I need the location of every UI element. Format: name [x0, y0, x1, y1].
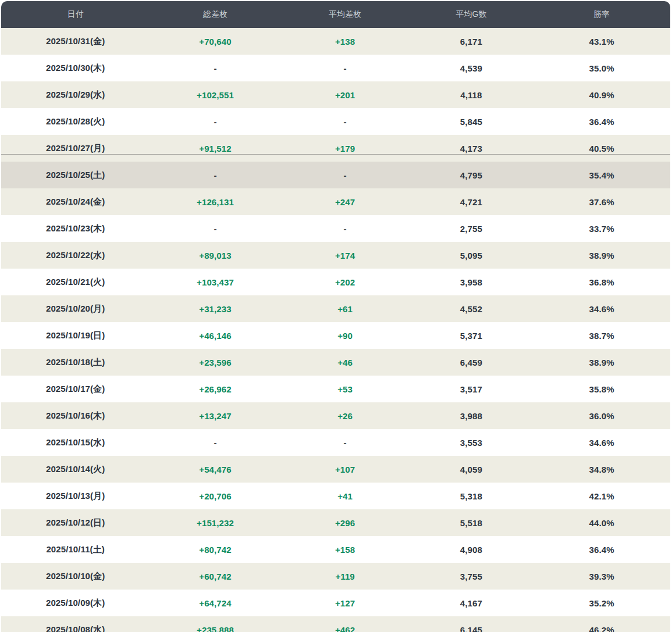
cell-total-diff: +60,742	[150, 572, 280, 581]
table-row[interactable]: 2025/10/23(木)--2,75533.7%	[1, 215, 670, 242]
cell-win-rate: 35.8%	[533, 384, 670, 394]
table-row[interactable]: 2025/10/20(月)+31,233+614,55234.6%	[1, 295, 670, 322]
cell-avg-diff: -	[281, 170, 410, 180]
cell-win-rate: 36.4%	[533, 117, 670, 127]
cell-win-rate: 35.4%	[533, 170, 670, 180]
table-row[interactable]: 2025/10/29(水)+102,551+2014,11840.9%	[1, 81, 670, 108]
table-row[interactable]: 2025/10/16(木)+13,247+263,98836.0%	[1, 402, 670, 429]
cell-total-diff: +20,706	[150, 491, 280, 501]
cell-win-rate: 38.7%	[533, 331, 670, 341]
cell-avg-diff: +201	[281, 90, 410, 100]
cell-avg-diff: +138	[281, 37, 410, 47]
cell-total-diff: +54,476	[150, 465, 280, 474]
cell-avg-games: 3,553	[409, 438, 533, 448]
cell-avg-diff: +247	[281, 197, 410, 207]
table-row[interactable]: 2025/10/27(月)+91,512+1794,17340.5%	[1, 135, 670, 162]
cell-total-diff: +13,247	[150, 411, 280, 421]
cell-avg-diff: +61	[281, 304, 410, 314]
cell-avg-diff: -	[281, 117, 410, 127]
cell-win-rate: 37.6%	[533, 197, 670, 207]
cell-avg-games: 5,518	[409, 518, 533, 528]
week-divider-line	[1, 154, 670, 155]
cell-date: 2025/10/20(月)	[1, 303, 150, 315]
table-row[interactable]: 2025/10/28(火)--5,84536.4%	[1, 108, 670, 135]
cell-avg-diff: +179	[281, 144, 410, 153]
cell-win-rate: 40.5%	[533, 144, 670, 153]
table-row[interactable]: 2025/10/17(金)+26,962+533,51735.8%	[1, 376, 670, 402]
table-row[interactable]: 2025/10/15(水)--3,55334.6%	[1, 429, 670, 456]
table-row[interactable]: 2025/10/12(日)+151,232+2965,51844.0%	[1, 509, 670, 536]
column-header-avg-diff: 平均差枚	[281, 9, 410, 20]
cell-date: 2025/10/18(土)	[1, 357, 150, 368]
table-row[interactable]: 2025/10/13(月)+20,706+415,31842.1%	[1, 483, 670, 509]
cell-avg-diff: +174	[281, 251, 410, 260]
cell-avg-games: 4,118	[409, 90, 533, 100]
table-row[interactable]: 2025/10/14(火)+54,476+1074,05934.8%	[1, 456, 670, 483]
table-row[interactable]: 2025/10/10(金)+60,742+1193,75539.3%	[1, 563, 670, 590]
cell-avg-diff: +53	[281, 384, 410, 394]
cell-win-rate: 38.9%	[533, 251, 670, 260]
cell-avg-diff: +158	[281, 545, 410, 555]
table-row[interactable]: 2025/10/18(土)+23,596+466,45938.9%	[1, 349, 670, 376]
cell-win-rate: 34.6%	[533, 304, 670, 314]
cell-win-rate: 40.9%	[533, 90, 670, 100]
cell-date: 2025/10/17(金)	[1, 384, 150, 395]
table-row[interactable]: 2025/10/25(土)--4,79535.4%	[1, 162, 670, 188]
cell-win-rate: 34.8%	[533, 465, 670, 474]
cell-avg-games: 4,908	[409, 545, 533, 555]
column-header-avg-games: 平均G数	[409, 9, 533, 20]
cell-avg-games: 4,059	[409, 465, 533, 474]
table-row[interactable]: 2025/10/30(木)--4,53935.0%	[1, 55, 670, 81]
cell-avg-games: 4,552	[409, 304, 533, 314]
cell-avg-games: 4,173	[409, 144, 533, 153]
cell-avg-diff: -	[281, 224, 410, 234]
cell-avg-diff: +90	[281, 331, 410, 341]
cell-date: 2025/10/15(水)	[1, 437, 150, 448]
cell-date: 2025/10/25(土)	[1, 170, 150, 181]
table-row[interactable]: 2025/10/31(金)+70,640+1386,17143.1%	[1, 28, 670, 55]
table-row[interactable]: 2025/10/11(土)+80,742+1584,90836.4%	[1, 536, 670, 563]
cell-date: 2025/10/29(水)	[1, 90, 150, 101]
column-header-total-diff: 総差枚	[150, 9, 280, 20]
cell-date: 2025/10/31(金)	[1, 36, 150, 47]
cell-total-diff: +23,596	[150, 358, 280, 367]
table-row[interactable]: 2025/10/09(木)+64,724+1274,16735.2%	[1, 590, 670, 616]
cell-date: 2025/10/14(火)	[1, 464, 150, 475]
cell-total-diff: +103,437	[150, 277, 280, 287]
cell-total-diff: +89,013	[150, 251, 280, 260]
cell-avg-games: 3,958	[409, 277, 533, 287]
column-header-win-rate: 勝率	[533, 9, 670, 20]
cell-avg-games: 4,795	[409, 170, 533, 180]
cell-avg-diff: +119	[281, 572, 410, 581]
table-row[interactable]: 2025/10/22(水)+89,013+1745,09538.9%	[1, 242, 670, 269]
cell-date: 2025/10/09(木)	[1, 598, 150, 609]
cell-total-diff: -	[150, 170, 280, 180]
cell-total-diff: +151,232	[150, 518, 280, 528]
table-row[interactable]: 2025/10/24(金)+126,131+2474,72137.6%	[1, 188, 670, 215]
cell-avg-diff: +296	[281, 518, 410, 528]
cell-avg-games: 2,755	[409, 224, 533, 234]
cell-avg-diff: -	[281, 63, 410, 73]
cell-win-rate: 33.7%	[533, 224, 670, 234]
cell-avg-games: 3,988	[409, 411, 533, 421]
table-row[interactable]: 2025/10/21(火)+103,437+2023,95836.8%	[1, 269, 670, 295]
cell-date: 2025/10/19(日)	[1, 330, 150, 341]
cell-avg-games: 6,145	[409, 625, 533, 632]
cell-win-rate: 42.1%	[533, 491, 670, 501]
cell-date: 2025/10/13(月)	[1, 491, 150, 502]
cell-avg-diff: +127	[281, 598, 410, 608]
cell-total-diff: +102,551	[150, 90, 280, 100]
cell-total-diff: +126,131	[150, 197, 280, 207]
table-row[interactable]: 2025/10/08(水)+235,888+4626,14546.2%	[1, 616, 670, 632]
cell-win-rate: 35.0%	[533, 63, 670, 73]
cell-avg-games: 4,167	[409, 598, 533, 608]
cell-win-rate: 44.0%	[533, 518, 670, 528]
cell-date: 2025/10/22(水)	[1, 250, 150, 261]
cell-total-diff: +46,146	[150, 331, 280, 341]
cell-date: 2025/10/30(木)	[1, 63, 150, 74]
cell-avg-games: 3,755	[409, 572, 533, 581]
cell-total-diff: -	[150, 117, 280, 127]
cell-date: 2025/10/12(日)	[1, 517, 150, 529]
daily-stats-table: 日付 総差枚 平均差枚 平均G数 勝率 2025/10/31(金)+70,640…	[1, 1, 670, 632]
table-row[interactable]: 2025/10/19(日)+46,146+905,37138.7%	[1, 322, 670, 349]
